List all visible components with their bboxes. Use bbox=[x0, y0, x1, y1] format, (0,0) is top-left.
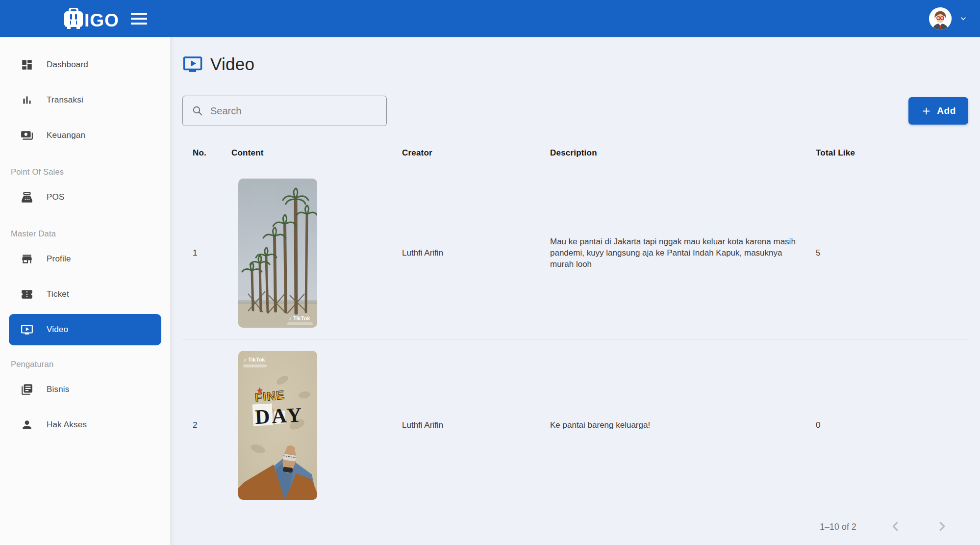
video-icon bbox=[21, 323, 33, 336]
sidebar-item-keuangan[interactable]: Keuangan bbox=[0, 118, 170, 153]
search-box[interactable] bbox=[182, 96, 387, 126]
payments-icon bbox=[21, 129, 33, 142]
creator-cell: Luthfi Arifin bbox=[402, 339, 550, 511]
next-page-button[interactable] bbox=[934, 519, 951, 536]
library-books-icon bbox=[21, 383, 33, 396]
sidebar-item-bisnis[interactable]: Bisnis bbox=[0, 372, 170, 407]
sidebar-item-label: Video bbox=[47, 325, 68, 335]
creator-cell: Luthfi Arifin bbox=[402, 167, 550, 339]
wigo-logo[interactable]: IGO bbox=[64, 8, 119, 29]
dashboard-icon bbox=[21, 58, 33, 71]
sidebar-item-label: Profile bbox=[47, 254, 71, 264]
previous-page-button[interactable] bbox=[887, 519, 904, 536]
sidebar-item-pos[interactable]: POS bbox=[0, 180, 170, 215]
sidebar-item-hak-akses[interactable]: Hak Akses bbox=[0, 407, 170, 442]
chevron-right-icon bbox=[935, 519, 950, 534]
pagination-range-label: 1–10 of 2 bbox=[820, 522, 856, 532]
person-icon bbox=[21, 418, 33, 431]
search-input[interactable] bbox=[210, 105, 379, 117]
svg-text:♪: ♪ bbox=[289, 315, 292, 321]
description-cell: Mau ke pantai di Jakarta tapi nggak mau … bbox=[550, 167, 816, 339]
column-header-description: Description bbox=[550, 140, 816, 167]
add-button-label: Add bbox=[937, 105, 956, 116]
sidebar-section-pengaturan: Pengaturan bbox=[0, 359, 170, 369]
user-menu[interactable] bbox=[929, 7, 967, 30]
store-icon bbox=[21, 253, 33, 265]
sidebar-item-label: POS bbox=[47, 192, 65, 202]
avatar[interactable] bbox=[929, 7, 952, 30]
ticket-icon bbox=[21, 288, 33, 301]
sticker-text-day: DAY bbox=[254, 403, 304, 428]
video-thumbnail-walking-on-sand[interactable]: FINE DAY TikTok ♪ bbox=[238, 351, 317, 500]
main-content: Video Add No. Content Creator bbox=[171, 37, 980, 545]
svg-text:♪: ♪ bbox=[244, 357, 247, 363]
column-header-creator: Creator bbox=[402, 140, 550, 167]
video-page-icon bbox=[182, 54, 203, 75]
sidebar-item-dashboard[interactable]: Dashboard bbox=[0, 47, 170, 82]
sidebar-item-label: Ticket bbox=[47, 289, 69, 299]
sidebar-item-video[interactable]: Video bbox=[9, 314, 161, 345]
menu-toggle-button[interactable] bbox=[131, 8, 152, 29]
sidebar: Dashboard Transaksi Keuangan Point Of Sa… bbox=[0, 37, 171, 545]
cash-register-icon bbox=[21, 191, 33, 204]
table-row: 2 bbox=[182, 339, 968, 511]
controls-row: Add bbox=[182, 96, 968, 126]
sidebar-item-label: Keuangan bbox=[47, 130, 85, 140]
search-icon bbox=[192, 105, 203, 117]
video-thumbnail-palm-trees[interactable]: TikTok ♪ bbox=[238, 179, 317, 328]
tiktok-watermark: TikTok bbox=[248, 357, 265, 363]
chevron-down-icon[interactable] bbox=[959, 15, 967, 23]
total-like-cell: 0 bbox=[816, 339, 968, 511]
sidebar-item-label: Dashboard bbox=[47, 60, 88, 70]
sidebar-item-label: Transaksi bbox=[47, 95, 83, 105]
row-number: 2 bbox=[182, 339, 231, 511]
chevron-left-icon bbox=[888, 519, 903, 534]
bar-chart-icon bbox=[21, 94, 33, 106]
description-cell: Ke pantai bareng keluarga! bbox=[550, 339, 816, 511]
page-header: Video bbox=[182, 53, 968, 76]
column-header-total-like: Total Like bbox=[816, 140, 968, 167]
row-number: 1 bbox=[182, 167, 231, 339]
tiktok-watermark: TikTok bbox=[293, 315, 310, 321]
sidebar-section-master-data: Master Data bbox=[0, 229, 170, 238]
sidebar-item-transaksi[interactable]: Transaksi bbox=[0, 82, 170, 118]
app-bar: IGO bbox=[0, 0, 980, 37]
video-table: No. Content Creator Description Total Li… bbox=[182, 140, 968, 511]
sidebar-item-ticket[interactable]: Ticket bbox=[0, 277, 170, 312]
add-button[interactable]: Add bbox=[908, 97, 968, 125]
column-header-content: Content bbox=[231, 140, 402, 167]
sidebar-section-point-of-sales: Point Of Sales bbox=[0, 167, 170, 177]
logo-text: IGO bbox=[84, 11, 119, 29]
sidebar-item-profile[interactable]: Profile bbox=[0, 241, 170, 277]
table-row: 1 bbox=[182, 167, 968, 339]
pagination: 1–10 of 2 bbox=[182, 511, 968, 536]
plus-icon bbox=[921, 105, 932, 117]
sidebar-item-label: Bisnis bbox=[47, 385, 70, 394]
total-like-cell: 5 bbox=[816, 167, 968, 339]
column-header-no: No. bbox=[182, 140, 231, 167]
suitcase-icon bbox=[64, 8, 83, 29]
sidebar-item-label: Hak Akses bbox=[47, 420, 87, 430]
page-title: Video bbox=[210, 54, 254, 74]
table-header-row: No. Content Creator Description Total Li… bbox=[182, 140, 968, 167]
